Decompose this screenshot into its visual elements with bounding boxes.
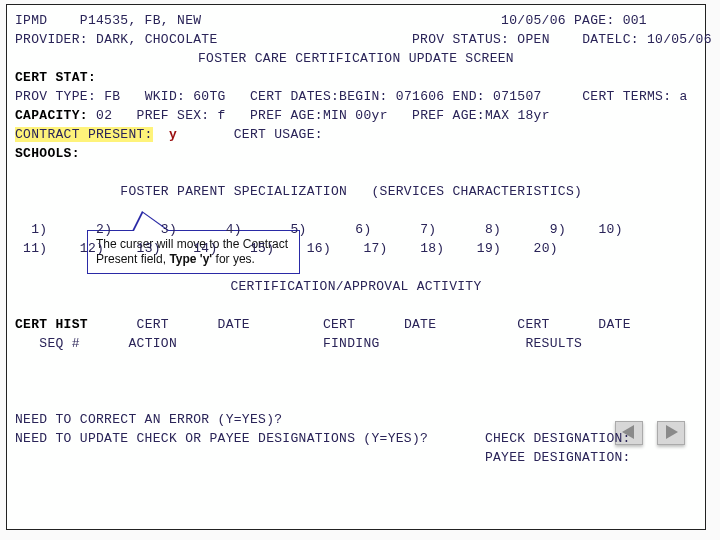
cell-19[interactable]: 19) — [477, 241, 501, 256]
cell-11[interactable]: 11) — [23, 241, 47, 256]
check-desig-label: CHECK DESIGNATION: — [485, 431, 631, 446]
cell-17[interactable]: 17) — [363, 241, 387, 256]
blank-6 — [15, 372, 697, 391]
col-headers-1: CERT HIST CERT DATE CERT DATE CERT DATE — [15, 315, 697, 334]
datelc-label: DATELC: — [582, 32, 639, 47]
grid-row-1: 1) 2) 3) 4) 5) 6) 7) 8) 9) 10) — [15, 220, 697, 239]
col-cert-hist: CERT HIST — [15, 317, 88, 332]
pref-age-min: 00yr — [355, 108, 387, 123]
blank-1 — [15, 163, 697, 182]
cell-14[interactable]: 14) — [193, 241, 217, 256]
capacity-label: CAPACITY: — [15, 108, 88, 123]
question-1[interactable]: NEED TO CORRECT AN ERROR (Y=YES)? — [15, 410, 697, 429]
cert-dates-label: CERT DATES:BEGIN: — [250, 89, 388, 104]
cert-usage-label: CERT USAGE: — [234, 127, 323, 142]
cell-3[interactable]: 3) — [153, 222, 177, 237]
screen-title: FOSTER CARE CERTIFICATION UPDATE SCREEN — [15, 49, 697, 68]
cell-20[interactable]: 20) — [534, 241, 558, 256]
contract-present-label: CONTRACT PRESENT: — [15, 127, 153, 142]
cell-12[interactable]: 12) — [80, 241, 104, 256]
col-finding: FINDING — [323, 336, 380, 351]
cert-stat-label: CERT STAT: — [15, 70, 96, 85]
prov-type-label: PROV TYPE: — [15, 89, 96, 104]
col-results: RESULTS — [525, 336, 582, 351]
cell-16[interactable]: 16) — [307, 241, 331, 256]
contract-row: CONTRACT PRESENT: y CERT USAGE: — [15, 125, 697, 144]
cell-15[interactable]: 15) — [250, 241, 274, 256]
prov-type: FB — [104, 89, 120, 104]
col-date-1: DATE — [218, 317, 250, 332]
cert-end-label: END: — [453, 89, 485, 104]
grid-row-2: 11) 12) 13) 14) 15) 16) 17) 18) 19) 20) — [15, 239, 697, 258]
schools-label: SCHOOLS: — [15, 146, 80, 161]
payee-desig-label: PAYEE DESIGNATION: — [485, 450, 631, 465]
col-date-2: DATE — [404, 317, 436, 332]
cell-8[interactable]: 8) — [477, 222, 501, 237]
acct-id: P14535 — [80, 13, 129, 28]
col-cert-d: CERT — [323, 317, 355, 332]
cell-18[interactable]: 18) — [420, 241, 444, 256]
provider-name: DARK, CHOCOLATE — [96, 32, 218, 47]
blank-7 — [15, 391, 697, 410]
specialization-title: FOSTER PARENT SPECIALIZATION (SERVICES C… — [15, 182, 697, 201]
wkid: 60TG — [193, 89, 225, 104]
cert-stat-row: CERT STAT: — [15, 68, 697, 87]
col-cert-b: CERT — [137, 317, 169, 332]
cell-13[interactable]: 13) — [137, 241, 161, 256]
blank-4 — [15, 296, 697, 315]
pref-age-max: 18yr — [517, 108, 549, 123]
cell-9[interactable]: 9) — [542, 222, 566, 237]
activity-title: CERTIFICATION/APPROVAL ACTIVITY — [15, 277, 697, 296]
col-seq: SEQ # — [39, 336, 80, 351]
schools-row: SCHOOLS: — [15, 144, 697, 163]
capacity-row: CAPACITY: 02 PREF SEX: f PREF AGE:MIN 00… — [15, 106, 697, 125]
col-cert-f: CERT — [517, 317, 549, 332]
provider-row: PROVIDER: DARK, CHOCOLATE PROV STATUS: O… — [15, 30, 697, 49]
cell-2[interactable]: 2) — [88, 222, 112, 237]
cell-4[interactable]: 4) — [218, 222, 242, 237]
cert-terms: a — [679, 89, 687, 104]
col-date-3: DATE — [598, 317, 630, 332]
page-number: 001 — [623, 13, 647, 28]
acct-suffix: , FB, NEW — [128, 13, 201, 28]
cell-1[interactable]: 1) — [23, 222, 47, 237]
page-label: PAGE: — [574, 13, 615, 28]
question-2[interactable]: NEED TO UPDATE CHECK OR PAYEE DESIGNATIO… — [15, 431, 428, 446]
cell-7[interactable]: 7) — [412, 222, 436, 237]
wkid-label: WKID: — [145, 89, 186, 104]
pref-sex: f — [218, 108, 226, 123]
blank-5 — [15, 353, 697, 372]
col-action: ACTION — [128, 336, 177, 351]
specialization-title-text: FOSTER PARENT SPECIALIZATION (SERVICES C… — [120, 184, 582, 199]
col-headers-2: SEQ # ACTION FINDING RESULTS — [15, 334, 697, 353]
prov-status: OPEN — [517, 32, 549, 47]
capacity: 02 — [96, 108, 112, 123]
blank-3 — [15, 258, 697, 277]
header-row: IPMD P14535, FB, NEW 10/05/06 PAGE: 001 — [15, 11, 697, 30]
header-date: 10/05/06 — [501, 13, 566, 28]
cell-5[interactable]: 5) — [282, 222, 306, 237]
prov-type-row: PROV TYPE: FB WKID: 60TG CERT DATES:BEGI… — [15, 87, 697, 106]
pref-age-max-label: PREF AGE:MAX — [412, 108, 509, 123]
pref-sex-label: PREF SEX: — [137, 108, 210, 123]
terminal-panel: IPMD P14535, FB, NEW 10/05/06 PAGE: 001 … — [6, 4, 706, 530]
provider-label: PROVIDER: — [15, 32, 88, 47]
cert-terms-label: CERT TERMS: — [582, 89, 671, 104]
cert-end: 071507 — [493, 89, 542, 104]
datelc: 10/05/06 — [647, 32, 712, 47]
pref-age-min-label: PREF AGE:MIN — [250, 108, 347, 123]
app-code: IPMD — [15, 13, 47, 28]
blank-2 — [15, 201, 697, 220]
cell-6[interactable]: 6) — [347, 222, 371, 237]
contract-present-input[interactable]: y — [169, 127, 177, 142]
prov-status-label: PROV STATUS: — [412, 32, 509, 47]
cell-10[interactable]: 10) — [598, 222, 622, 237]
cert-begin: 071606 — [396, 89, 445, 104]
question-2-row: NEED TO UPDATE CHECK OR PAYEE DESIGNATIO… — [15, 429, 697, 448]
payee-row: PAYEE DESIGNATION: — [15, 448, 697, 467]
